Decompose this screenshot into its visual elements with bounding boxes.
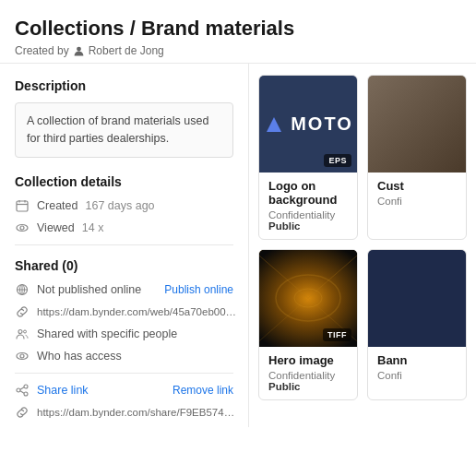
moto-logo-text: MOTO xyxy=(291,113,353,135)
url2-part: https://dam.bynder.com/share/F9EB5740-6F… xyxy=(15,405,240,420)
who-access-label: Who has access xyxy=(37,350,122,363)
calendar-icon xyxy=(15,198,30,213)
globe-off-icon xyxy=(15,282,30,297)
who-has-access-row: Who has access xyxy=(15,349,233,363)
cards-grid: MOTO EPS Logo on background Confidential… xyxy=(258,75,467,400)
url1-row: https://dam.bynder.com/web/45a70eb00bbc4… xyxy=(15,304,233,319)
svg-point-15 xyxy=(24,385,28,388)
svg-point-12 xyxy=(24,330,27,333)
card-badge-tiff: TIFF xyxy=(323,328,351,341)
svg-point-17 xyxy=(24,392,28,396)
description-box: A collection of brand materials used for… xyxy=(15,102,233,158)
shared-section: Shared (0) Not published online xyxy=(15,258,233,420)
svg-point-0 xyxy=(77,46,81,51)
url2-text: https://dam.bynder.com/share/F9EB5740-6F… xyxy=(37,407,240,418)
created-row: Created 167 days ago xyxy=(15,198,233,213)
card-meta-banner: Confi xyxy=(377,370,457,381)
card-thumb-logo-bg: MOTO EPS xyxy=(259,76,357,173)
viewed-value: 14 x xyxy=(82,221,104,234)
card-name-logo: Logo on background xyxy=(268,179,348,207)
svg-point-16 xyxy=(17,388,20,392)
card-name-banner: Bann xyxy=(377,353,457,367)
main-content: Description A collection of brand materi… xyxy=(0,64,476,427)
conf-label-2: Confidentiality xyxy=(268,370,335,381)
publish-row: Not published online Publish online xyxy=(15,282,233,297)
svg-rect-1 xyxy=(17,201,28,211)
card-thumb-hero: TIFF xyxy=(259,250,357,347)
card-badge-eps: EPS xyxy=(324,154,351,167)
svg-point-14 xyxy=(20,354,24,358)
eye-icon-2 xyxy=(15,349,30,363)
card-logo-bg[interactable]: MOTO EPS Logo on background Confidential… xyxy=(258,75,358,240)
left-panel: Description A collection of brand materi… xyxy=(0,64,249,427)
person-icon xyxy=(73,45,85,57)
page: Collections / Brand materials Created by… xyxy=(0,0,476,427)
header: Collections / Brand materials Created by… xyxy=(0,0,476,64)
people-icon xyxy=(15,327,30,341)
conf-label-0: Confidentiality xyxy=(268,209,335,220)
details-title: Collection details xyxy=(15,174,233,189)
url2-row: https://dam.bynder.com/share/F9EB5740-6F… xyxy=(15,405,233,420)
card-meta-hero: Confidentiality Public xyxy=(268,370,348,392)
svg-point-11 xyxy=(18,329,22,333)
card-info-banner: Bann Confi xyxy=(368,347,466,388)
card-thumb-cust xyxy=(368,76,466,173)
not-published-part: Not published online xyxy=(15,282,141,297)
created-label: Created xyxy=(37,199,77,212)
svg-line-19 xyxy=(20,390,24,392)
who-access-part: Who has access xyxy=(15,349,122,363)
not-published-label: Not published online xyxy=(37,283,141,296)
conf-value-2: Public xyxy=(268,381,301,392)
card-info-cust: Cust Confi xyxy=(368,173,466,214)
created-by-label: Created by xyxy=(15,44,69,57)
share-link-label[interactable]: Share link xyxy=(37,384,89,397)
page-title: Collections / Brand materials xyxy=(15,17,461,41)
chain-icon xyxy=(15,405,30,420)
share-link-row: Share link Remove link xyxy=(15,383,233,398)
card-name-cust: Cust xyxy=(377,179,457,193)
logo-content: MOTO xyxy=(263,113,353,136)
publish-online-button[interactable]: Publish online xyxy=(164,283,233,296)
share-link-part: Share link xyxy=(15,383,89,398)
shared-title: Shared (0) xyxy=(15,258,233,273)
card-hero[interactable]: TIFF Hero image Confidentiality Public xyxy=(258,249,358,400)
card-thumb-banner xyxy=(368,250,466,347)
card-info-logo: Logo on background Confidentiality Publi… xyxy=(259,173,357,239)
card-banner[interactable]: Bann Confi xyxy=(367,249,467,400)
shared-with-label: Shared with specific people xyxy=(37,327,177,340)
url1-text: https://dam.bynder.com/web/45a70eb00bbc4… xyxy=(37,306,240,317)
shared-with-row: Shared with specific people xyxy=(15,327,233,341)
creator-name: Robert de Jong xyxy=(89,44,164,57)
card-meta-cust: Confi xyxy=(377,196,457,207)
svg-marker-20 xyxy=(267,117,281,132)
shared-with-part: Shared with specific people xyxy=(15,327,177,341)
header-subtitle: Created by Robert de Jong xyxy=(15,44,461,57)
moto-triangle-icon xyxy=(263,113,285,136)
right-panel: MOTO EPS Logo on background Confidential… xyxy=(249,64,476,427)
link-icon-1 xyxy=(15,304,30,319)
conf-value-0: Public xyxy=(268,220,301,232)
conf-label-1: Confi xyxy=(377,196,402,207)
card-meta-logo: Confidentiality Public xyxy=(268,209,348,232)
divider-2 xyxy=(15,373,233,374)
remove-link-button[interactable]: Remove link xyxy=(173,384,233,397)
divider-1 xyxy=(15,244,233,245)
svg-point-6 xyxy=(20,226,24,230)
card-name-hero: Hero image xyxy=(268,353,348,367)
share-icon xyxy=(15,383,30,398)
viewed-row: Viewed 14 x xyxy=(15,220,233,235)
url1-part: https://dam.bynder.com/web/45a70eb00bbc4… xyxy=(15,304,240,319)
created-value: 167 days ago xyxy=(85,199,154,212)
conf-label-3: Confi xyxy=(377,370,402,381)
card-info-hero: Hero image Confidentiality Public xyxy=(259,347,357,399)
eye-icon xyxy=(15,220,30,235)
description-title: Description xyxy=(15,78,233,93)
viewed-label: Viewed xyxy=(37,221,75,234)
svg-line-18 xyxy=(20,387,24,388)
card-cust[interactable]: Cust Confi xyxy=(367,75,467,240)
